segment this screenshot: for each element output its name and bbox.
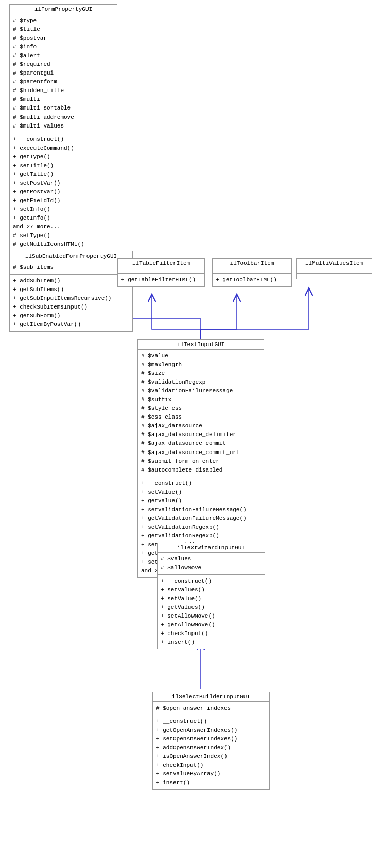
box-title-ilTextWizardInputGUI: ilTextWizardInputGUI (158, 543, 265, 553)
box-title-ilTextInputGUI: ilTextInputGUI (138, 340, 264, 350)
diagram-container: ilFormPropertyGUI # $type # $title # $po… (0, 0, 383, 868)
box-title-ilFormPropertyGUI: ilFormPropertyGUI (10, 5, 117, 14)
box-fields-ilTextWizardInputGUI: # $values # $allowMove (158, 553, 265, 575)
box-fields-ilToolbarItem (213, 268, 291, 274)
box-ilTextWizardInputGUI: ilTextWizardInputGUI # $values # $allowM… (157, 542, 265, 649)
box-fields-ilSelectBuilderInputGUI: # $open_answer_indexes (153, 702, 269, 715)
box-methods-ilTextWizardInputGUI: + __construct() + setValues() + setValue… (158, 575, 265, 649)
line-text-to-multivalues (201, 288, 309, 339)
box-title-ilMultiValuesItem: ilMultiValuesItem (297, 259, 372, 268)
box-fields-ilTextInputGUI: # $value # $maxlength # $size # $validat… (138, 350, 264, 477)
box-fields-ilSubEnabled: # $sub_items (10, 261, 132, 275)
box-methods-ilMultiValuesItem (297, 274, 372, 279)
box-title-ilToolbarItem: ilToolbarItem (213, 259, 291, 268)
box-fields-ilMultiValuesItem (297, 268, 372, 274)
box-title-ilSelectBuilderInputGUI: ilSelectBuilderInputGUI (153, 692, 269, 702)
box-methods-ilSelectBuilderInputGUI: + __construct() + getOpenAnswerIndexes()… (153, 715, 269, 789)
box-methods-ilFormPropertyGUI: + __construct() + executeCommand() + get… (10, 133, 117, 251)
box-methods-ilTableFilterItem: + getTableFilterHTML() (118, 274, 204, 286)
box-fields-ilFormPropertyGUI: # $type # $title # $postvar # $info # $a… (10, 14, 117, 133)
box-ilToolbarItem: ilToolbarItem + getToolbarHTML() (212, 258, 292, 287)
box-methods-ilToolbarItem: + getToolbarHTML() (213, 274, 291, 286)
box-ilTableFilterItem: ilTableFilterItem + getTableFilterHTML() (117, 258, 205, 287)
box-ilMultiValuesItem: ilMultiValuesItem (296, 258, 372, 279)
box-title-ilTableFilterItem: ilTableFilterItem (118, 259, 204, 268)
box-ilSubEnabledFormPropertyGUI: ilSubEnabledFormPropertyGUI # $sub_items… (9, 251, 133, 332)
box-ilSelectBuilderInputGUI: ilSelectBuilderInputGUI # $open_answer_i… (152, 692, 270, 790)
box-ilFormPropertyGUI: ilFormPropertyGUI # $type # $title # $po… (9, 4, 117, 251)
box-methods-ilSubEnabled: + addSubItem() + getSubItems() + getSubI… (10, 275, 132, 331)
box-fields-ilTableFilterItem (118, 268, 204, 274)
line-text-to-toolbar (201, 294, 237, 339)
line-text-to-tablefilter (152, 294, 201, 339)
box-title-ilSubEnabledFormPropertyGUI: ilSubEnabledFormPropertyGUI (10, 251, 132, 261)
